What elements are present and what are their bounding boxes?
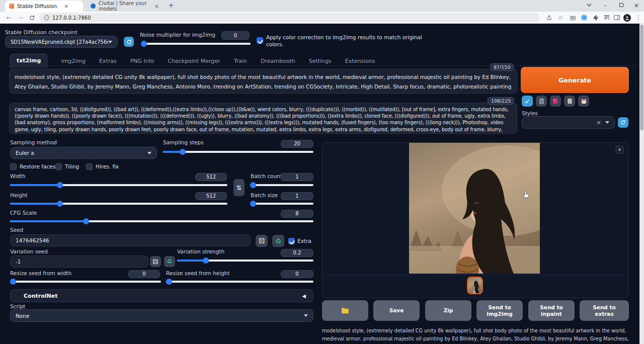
tab-close-icon[interactable]: × bbox=[154, 3, 159, 10]
height-label: Height bbox=[10, 192, 28, 198]
random-seed-button[interactable]: ⚄ bbox=[256, 235, 268, 247]
batch-size-input[interactable]: 1 bbox=[281, 192, 313, 200]
batch-count-input[interactable]: 1 bbox=[281, 173, 313, 181]
styles-clear-icon[interactable]: × bbox=[596, 119, 601, 126]
apply-style-button[interactable] bbox=[564, 96, 575, 107]
resize-seed-height-input[interactable]: 0 bbox=[281, 270, 313, 278]
url-bar[interactable]: i 127.0.0.1:7860 bbox=[39, 13, 540, 22]
close-preview-button[interactable]: × bbox=[616, 146, 623, 153]
browser-menu-icon[interactable]: ⋮ bbox=[634, 14, 642, 22]
height-slider[interactable] bbox=[10, 201, 227, 207]
styles-select[interactable]: × bbox=[522, 116, 615, 129]
extensions-puzzle-icon[interactable] bbox=[592, 14, 600, 22]
tab-extras[interactable]: Extras bbox=[99, 55, 117, 68]
clipboard-icon bbox=[567, 98, 573, 104]
prompt-token-counter: 87/150 bbox=[490, 63, 514, 71]
new-tab-button[interactable]: + bbox=[167, 2, 175, 10]
browser-tab-civitai[interactable]: Civitai | Share your models × bbox=[87, 1, 163, 12]
noise-multiplier-slider[interactable] bbox=[142, 41, 251, 47]
batch-count-slider[interactable] bbox=[251, 182, 313, 188]
tab-close-icon[interactable]: × bbox=[64, 3, 68, 10]
generate-button[interactable]: Generate bbox=[521, 67, 629, 93]
resize-seed-height-slider[interactable] bbox=[166, 279, 313, 285]
cfg-scale-slider[interactable] bbox=[10, 218, 313, 224]
tab-img2img[interactable]: img2img bbox=[61, 55, 86, 68]
batch-size-slider[interactable] bbox=[251, 201, 313, 207]
negative-prompt-textarea[interactable]: canvas frame, cartoon, 3d, ((disfigured)… bbox=[9, 103, 517, 134]
window-close-button[interactable]: × bbox=[632, 1, 641, 9]
random-variation-seed-button[interactable]: ⚄ bbox=[150, 256, 161, 267]
extra-networks-button[interactable] bbox=[550, 96, 561, 107]
send-to-inpaint-button[interactable]: Send to inpaint bbox=[528, 300, 575, 321]
paste-params-button[interactable]: ↙ bbox=[522, 96, 533, 107]
generated-image[interactable] bbox=[409, 143, 540, 274]
swap-dimensions-button[interactable]: ⇅ bbox=[233, 179, 245, 196]
reload-button[interactable] bbox=[28, 14, 36, 22]
tab-dreambooth[interactable]: Dreambooth bbox=[261, 55, 295, 68]
cfg-scale-input[interactable]: 8 bbox=[281, 210, 313, 218]
zip-button[interactable]: Zip bbox=[425, 300, 471, 321]
prompt-textarea[interactable]: modelshoot style, (extremely detailed CG… bbox=[9, 69, 517, 94]
share-icon[interactable] bbox=[545, 14, 553, 22]
sampling-steps-input[interactable]: 20 bbox=[281, 140, 313, 148]
width-slider[interactable] bbox=[10, 182, 227, 188]
app-window: Stable Diffusion × Civitai | Share your … bbox=[0, 0, 644, 344]
tab-extensions[interactable]: Extensions bbox=[345, 55, 375, 68]
controlnet-accordion[interactable]: ControlNet ◀ bbox=[10, 289, 313, 302]
extension-blue-dot-icon[interactable] bbox=[580, 14, 588, 22]
tab-png-info[interactable]: PNG Info bbox=[130, 55, 154, 68]
extra-seed-checkbox[interactable] bbox=[288, 238, 295, 244]
site-info-icon[interactable]: i bbox=[44, 15, 49, 20]
variation-seed-input[interactable] bbox=[10, 255, 148, 268]
restore-faces-checkbox[interactable] bbox=[10, 163, 17, 170]
height-input[interactable]: 512 bbox=[195, 192, 227, 200]
bookmark-star-icon[interactable]: ☆ bbox=[556, 14, 565, 22]
open-folder-button[interactable] bbox=[322, 300, 368, 321]
checkpoint-refresh-button[interactable] bbox=[124, 37, 134, 47]
main-nav-tabs: txt2img img2img Extras PNG Info Checkpoi… bbox=[10, 54, 375, 68]
seed-label: Seed bbox=[10, 227, 23, 233]
reuse-seed-button[interactable]: ♻ bbox=[272, 235, 284, 247]
styles-refresh-button[interactable] bbox=[618, 117, 628, 128]
tab-txt2img[interactable]: txt2img bbox=[10, 54, 47, 68]
window-maximize-button[interactable] bbox=[617, 1, 626, 9]
color-correction-checkbox[interactable] bbox=[257, 37, 263, 44]
back-button[interactable]: ← bbox=[5, 14, 13, 22]
save-button[interactable]: Save bbox=[373, 300, 420, 321]
hires-fix-checkbox[interactable] bbox=[86, 163, 93, 170]
mouse-cursor bbox=[522, 190, 530, 199]
script-select[interactable]: None bbox=[10, 309, 313, 322]
dice-icon: ⚄ bbox=[152, 259, 158, 265]
extension-grid-icon[interactable] bbox=[569, 14, 577, 22]
resize-seed-width-slider[interactable] bbox=[10, 279, 161, 285]
profile-avatar[interactable] bbox=[623, 14, 631, 22]
send-to-img2img-button[interactable]: Send to img2img bbox=[476, 300, 523, 321]
tab-settings[interactable]: Settings bbox=[309, 55, 332, 68]
tab-train[interactable]: Train bbox=[234, 55, 247, 68]
side-panel-icon[interactable] bbox=[613, 14, 621, 22]
tab-checkpoint-merger[interactable]: Checkpoint Merger bbox=[168, 55, 220, 68]
save-style-button[interactable] bbox=[578, 96, 589, 107]
variation-strength-input[interactable]: 0.2 bbox=[281, 249, 313, 257]
clear-prompt-button[interactable] bbox=[536, 96, 547, 107]
resize-seed-width-input[interactable]: 0 bbox=[128, 270, 160, 278]
seed-input[interactable] bbox=[10, 234, 251, 246]
window-minimize-button[interactable]: – bbox=[601, 1, 610, 9]
noise-multiplier-input[interactable]: 0 bbox=[221, 31, 250, 40]
send-to-extras-button[interactable]: Send to extras bbox=[580, 300, 629, 321]
sampling-steps-label: Sampling steps bbox=[163, 139, 204, 145]
gallery-thumbnail[interactable] bbox=[467, 277, 483, 294]
scrollbar-thumb[interactable] bbox=[640, 25, 643, 130]
forward-button[interactable]: → bbox=[17, 14, 25, 22]
reading-list-icon[interactable] bbox=[603, 14, 611, 22]
browser-tab-stable-diffusion[interactable]: Stable Diffusion × bbox=[5, 1, 83, 12]
tab-search-chevron-icon[interactable] bbox=[585, 1, 594, 9]
tiling-checkbox[interactable] bbox=[55, 163, 62, 170]
variation-strength-slider[interactable] bbox=[177, 257, 313, 264]
sampling-method-select[interactable]: Euler a bbox=[10, 147, 157, 159]
page-scrollbar[interactable] bbox=[639, 24, 644, 344]
checkpoint-select[interactable]: SD15NewVAEpruned.ckpt [27a4ac756c] bbox=[5, 36, 118, 48]
width-input[interactable]: 512 bbox=[195, 173, 227, 181]
reuse-variation-seed-button[interactable]: ♻ bbox=[164, 256, 175, 267]
sampling-steps-slider[interactable] bbox=[163, 149, 313, 155]
